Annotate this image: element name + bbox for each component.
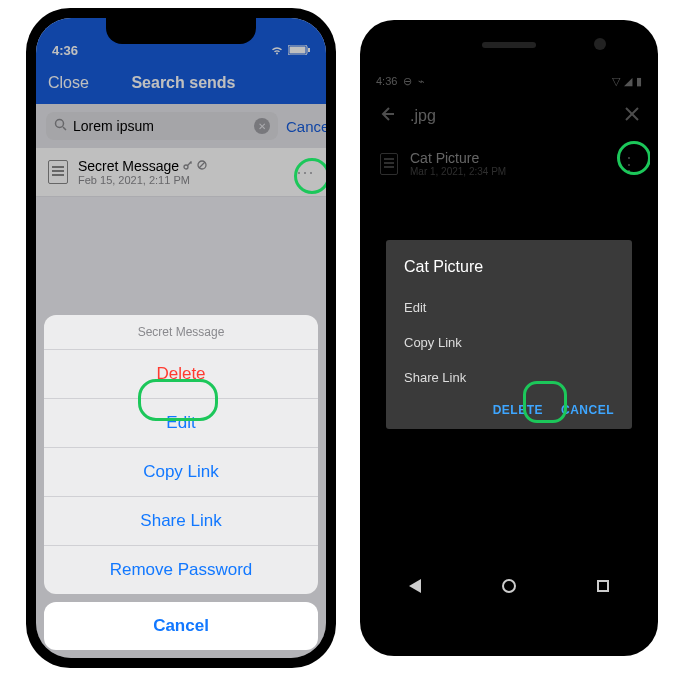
highlight-more-icon [617,141,650,175]
highlight-delete [523,381,567,423]
android-nav-bar [368,566,650,606]
android-device-frame: 4:36 ⊖ ⌁ ▽ ◢ ▮ .jpg Cat Picture Mar [360,20,658,656]
highlight-delete [138,379,218,421]
action-sheet-group: Secret Message Delete Edit Copy Link Sha… [44,315,318,594]
copy-link-button[interactable]: Copy Link [44,448,318,497]
sheet-cancel-button[interactable]: Cancel [44,602,318,650]
action-sheet: Secret Message Delete Edit Copy Link Sha… [44,315,318,650]
highlight-more-icon [294,158,326,194]
options-dialog: Cat Picture Edit Copy Link Share Link DE… [386,240,632,429]
android-speaker [482,42,536,48]
copy-link-button[interactable]: Copy Link [404,325,614,360]
action-sheet-title: Secret Message [44,315,318,350]
remove-password-button[interactable]: Remove Password [44,546,318,594]
cancel-button[interactable]: CANCEL [561,403,614,417]
nav-recent-icon[interactable] [597,580,609,592]
nav-home-icon[interactable] [502,579,516,593]
edit-button[interactable]: Edit [404,290,614,325]
share-link-button[interactable]: Share Link [404,360,614,395]
share-link-button[interactable]: Share Link [44,497,318,546]
ios-device-frame: 4:36 Close Search sends ✕ Ca [26,8,336,668]
ios-screen: 4:36 Close Search sends ✕ Ca [36,18,326,658]
dialog-title: Cat Picture [404,258,614,276]
android-camera [594,38,606,50]
nav-back-icon[interactable] [409,579,421,593]
android-screen: 4:36 ⊖ ⌁ ▽ ◢ ▮ .jpg Cat Picture Mar [368,70,650,606]
ios-notch [106,18,256,44]
